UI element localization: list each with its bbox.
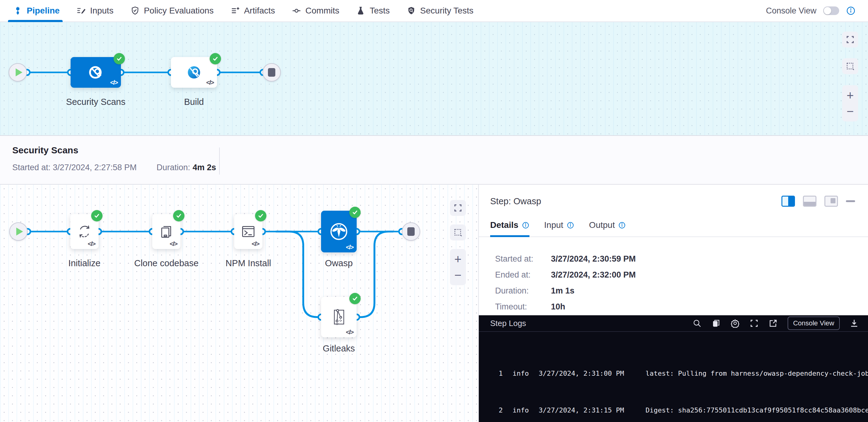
layout-right-fill: [788, 197, 794, 206]
detail-row: Ended at:3/27/2024, 2:32:00 PM: [495, 270, 868, 280]
info-icon[interactable]: [522, 221, 529, 229]
stage-zoom-control: + −: [842, 85, 858, 122]
tab-security-tests[interactable]: Security Tests: [406, 0, 474, 22]
panel-minimize-button[interactable]: [846, 200, 855, 202]
stage-start-node[interactable]: [9, 63, 27, 82]
yaml-code-badge: </>: [88, 240, 95, 248]
step-card-clone-codebase[interactable]: </>: [152, 214, 181, 249]
step-graph-canvas[interactable]: </> Initialize </> Clone codebase: [0, 185, 478, 422]
step-logs-title: Step Logs: [490, 319, 692, 328]
artifacts-icon: [230, 6, 240, 15]
nav-right: Console View: [766, 0, 856, 22]
shield-scan-icon: [406, 6, 416, 15]
step-logs-header: Step Logs Console View: [479, 315, 868, 332]
step-card-owasp[interactable]: </>: [321, 211, 356, 252]
step-details-panel: Step: Owasp Details Input: [478, 185, 868, 422]
stage-fullscreen-button[interactable]: [842, 32, 858, 47]
tab-policy-evaluations[interactable]: Policy Evaluations: [130, 0, 214, 22]
step-label[interactable]: Initialize: [68, 258, 101, 268]
toggle-knob: [824, 7, 831, 14]
tab-output[interactable]: Output: [589, 220, 626, 237]
layout-right-panel-button[interactable]: [781, 196, 795, 207]
yaml-code-badge: </>: [346, 244, 353, 251]
tab-label: Artifacts: [244, 6, 275, 15]
stage-graph-canvas[interactable]: </> Security Scans </> Build: [0, 22, 868, 135]
nav-tab-list: Pipeline Inputs Policy Evaluations Artif…: [13, 0, 474, 22]
logs-console-view-button[interactable]: Console View: [787, 317, 840, 330]
stage-label[interactable]: Build: [184, 97, 204, 107]
step-label[interactable]: Gitleaks: [323, 344, 355, 354]
step-panel-tabs: Details Input Output: [479, 207, 868, 237]
step-start-node[interactable]: [9, 222, 28, 241]
stage-marquee-select-button[interactable]: [842, 58, 858, 74]
zoom-out-button[interactable]: −: [454, 269, 461, 281]
step-logs-body[interactable]: 1info3/27/2024, 2:31:00 PMlatest: Pullin…: [479, 332, 868, 422]
tab-artifacts[interactable]: Artifacts: [230, 0, 275, 22]
summary-divider: [219, 148, 220, 174]
tab-label: Input: [544, 220, 563, 230]
yaml-code-badge: </>: [206, 79, 214, 86]
gitleaks-icon: [329, 307, 349, 327]
success-badge: [349, 293, 361, 304]
copy-icon[interactable]: [711, 319, 721, 328]
stage-end-node[interactable]: [262, 63, 281, 82]
yaml-code-badge: </>: [110, 79, 118, 86]
tab-pipeline[interactable]: Pipeline: [13, 0, 60, 22]
layout-floating-panel-button[interactable]: [825, 196, 838, 207]
fullscreen-icon: [453, 203, 463, 213]
info-icon[interactable]: [618, 221, 626, 229]
clone-codebase-icon: [158, 223, 175, 240]
search-icon[interactable]: [692, 319, 702, 328]
initialize-icon: [76, 223, 93, 240]
step-card-gitleaks[interactable]: </>: [321, 297, 356, 337]
tab-commits[interactable]: Commits: [291, 0, 339, 22]
step-label[interactable]: NPM Install: [226, 258, 271, 268]
success-badge: [210, 53, 221, 64]
zoom-in-button[interactable]: +: [846, 89, 854, 101]
stage-card-build[interactable]: </>: [171, 57, 217, 88]
console-view-toggle[interactable]: [823, 6, 839, 15]
success-badge: [255, 210, 267, 221]
step-card-initialize[interactable]: </>: [70, 214, 98, 249]
expand-icon[interactable]: [749, 319, 759, 328]
marquee-select-icon: [846, 62, 855, 71]
step-logs-toolbar: Console View: [692, 317, 859, 330]
info-icon[interactable]: [567, 221, 574, 229]
stage-label[interactable]: Security Scans: [66, 97, 125, 107]
flask-icon: [356, 6, 366, 15]
step-panel-title: Step: Owasp: [490, 196, 541, 206]
play-icon: [16, 228, 23, 235]
panel-header: Step: Owasp: [479, 185, 868, 207]
yaml-code-badge: </>: [252, 240, 259, 248]
zoom-in-button[interactable]: +: [454, 253, 461, 265]
settings-gear-icon[interactable]: [731, 319, 740, 328]
yaml-code-badge: </>: [346, 328, 353, 336]
tab-input[interactable]: Input: [544, 220, 574, 237]
step-end-node[interactable]: [402, 222, 420, 241]
log-line: 2info3/27/2024, 2:31:15 PMDigest: sha256…: [494, 404, 868, 417]
tab-label: Details: [490, 220, 518, 230]
owasp-icon: [328, 220, 350, 243]
tab-inputs[interactable]: Inputs: [76, 0, 113, 22]
download-icon[interactable]: [849, 319, 859, 328]
tab-tests[interactable]: Tests: [356, 0, 390, 22]
zoom-out-button[interactable]: −: [846, 105, 854, 118]
stage-edges: [0, 22, 868, 135]
step-label[interactable]: Owasp: [325, 258, 353, 268]
step-label[interactable]: Clone codebase: [134, 258, 198, 268]
tab-label: Tests: [370, 6, 390, 15]
tab-details[interactable]: Details: [490, 220, 529, 237]
tab-label: Inputs: [90, 6, 113, 15]
stage-card-security-scans[interactable]: </>: [71, 57, 121, 88]
step-card-npm-install[interactable]: </>: [234, 214, 262, 249]
inputs-icon: [76, 6, 86, 15]
success-badge: [114, 53, 125, 64]
info-icon[interactable]: [846, 6, 856, 15]
step-marquee-select-button[interactable]: [450, 225, 466, 240]
step-fullscreen-button[interactable]: [450, 200, 466, 216]
pipeline-icon: [13, 6, 23, 15]
layout-bottom-panel-button[interactable]: [803, 196, 816, 207]
detail-row: Started at:3/27/2024, 2:30:59 PM: [495, 254, 868, 264]
open-in-new-icon[interactable]: [769, 319, 778, 328]
top-nav: Pipeline Inputs Policy Evaluations Artif…: [0, 0, 868, 22]
